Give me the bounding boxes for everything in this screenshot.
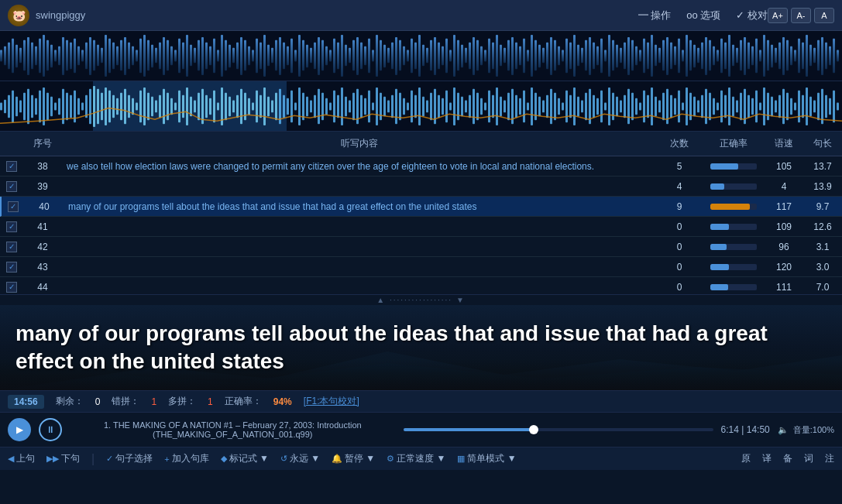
pause-button-toolbar[interactable]: 🔔 暂停 ▼ — [332, 452, 375, 465]
svg-rect-115 — [442, 46, 444, 66]
pause-button[interactable]: ⏸ — [39, 418, 62, 441]
svg-rect-20 — [74, 39, 76, 73]
row-checkbox[interactable] — [2, 198, 25, 214]
font-increase-button[interactable]: A+ — [768, 8, 788, 23]
table-row[interactable]: 39 4 4 13.9 — [0, 177, 842, 197]
svg-rect-411 — [740, 93, 742, 120]
sentence-select-button[interactable]: ✓ 句子选择 — [106, 452, 153, 465]
original-button[interactable]: 原 — [741, 452, 751, 465]
svg-rect-417 — [763, 87, 765, 125]
svg-rect-22 — [81, 50, 84, 62]
mark-mode-button[interactable]: ◆ 标记式 ▼ — [221, 452, 269, 465]
scroll-indicator[interactable]: ▲ ················· ▼ — [0, 294, 842, 305]
mark-icon: ◆ — [221, 454, 227, 464]
row-id: 41 — [23, 219, 62, 235]
svg-rect-113 — [434, 37, 436, 75]
checkbox-43[interactable] — [6, 262, 17, 273]
checkbox-44[interactable] — [6, 282, 17, 293]
svg-rect-402 — [705, 89, 707, 124]
svg-rect-10 — [35, 46, 37, 66]
svg-rect-320 — [387, 101, 390, 113]
shortcut-link[interactable]: [F1:本句校对] — [304, 395, 359, 408]
svg-rect-209 — [806, 35, 808, 77]
backup-button[interactable]: 备 — [783, 452, 792, 465]
notes-button[interactable]: 注 — [825, 452, 834, 465]
mark-label: 标记式 ▼ — [229, 452, 269, 465]
svg-rect-255 — [136, 103, 138, 111]
svg-rect-39 — [147, 40, 149, 70]
svg-rect-23 — [85, 43, 88, 69]
row-checkbox[interactable] — [0, 259, 23, 275]
row-length: 9.7 — [803, 199, 842, 214]
svg-rect-403 — [709, 93, 711, 120]
svg-rect-157 — [604, 50, 607, 62]
svg-rect-244 — [93, 86, 95, 127]
checkbox-38[interactable] — [6, 161, 17, 172]
svg-rect-426 — [798, 91, 800, 122]
svg-rect-260 — [155, 101, 157, 113]
top-menu: ━ 操作 oo 选项 ✓ 校对 — [638, 9, 768, 22]
table-row[interactable]: 41 0 109 12.6 — [0, 217, 842, 237]
svg-rect-404 — [713, 98, 715, 115]
vocabulary-button[interactable]: 词 — [804, 452, 813, 465]
waveform-bottom[interactable] — [0, 81, 842, 132]
svg-rect-265 — [174, 103, 177, 111]
row-checkbox[interactable] — [0, 279, 23, 294]
svg-rect-95 — [364, 46, 366, 66]
menu-item-operations[interactable]: ━ 操作 — [638, 9, 672, 22]
prev-sentence-button[interactable]: ◀ 上句 — [8, 452, 35, 465]
checkbox-42[interactable] — [6, 242, 17, 252]
svg-rect-119 — [457, 40, 459, 70]
svg-rect-337 — [453, 87, 455, 125]
row-count: 0 — [656, 219, 703, 235]
svg-rect-112 — [430, 40, 432, 70]
table-row-highlighted[interactable]: 40 many of our programs tell about the i… — [0, 197, 842, 217]
table-row[interactable]: 42 0 96 3.1 — [0, 237, 842, 257]
translation-button[interactable]: 译 — [762, 452, 772, 465]
svg-rect-388 — [651, 87, 653, 125]
speed-button[interactable]: ⚙ 正常速度 ▼ — [387, 452, 445, 465]
svg-rect-109 — [418, 35, 421, 77]
menu-item-options[interactable]: oo 选项 — [686, 9, 720, 22]
row-checkbox[interactable] — [0, 178, 23, 194]
checkbox-41[interactable] — [6, 221, 17, 232]
svg-rect-431 — [817, 93, 820, 120]
waveform-top[interactable] — [0, 31, 842, 81]
svg-rect-211 — [813, 48, 816, 63]
add-to-library-button[interactable]: + 加入句库 — [164, 452, 208, 465]
progress-track[interactable] — [404, 428, 713, 431]
svg-rect-30 — [112, 43, 115, 69]
svg-rect-135 — [519, 46, 521, 66]
table-row[interactable]: 44 0 111 7.0 — [0, 277, 842, 294]
svg-rect-46 — [174, 50, 177, 62]
row-length: 13.9 — [803, 179, 842, 194]
svg-rect-353 — [515, 95, 517, 118]
play-button[interactable]: ▶ — [8, 418, 31, 441]
menu-item-proofread[interactable]: ✓ 校对 — [736, 9, 768, 22]
svg-rect-194 — [747, 43, 750, 69]
simple-mode-button[interactable]: ▦ 简单模式 ▼ — [457, 452, 516, 465]
remaining-label: 剩余： — [56, 395, 84, 408]
svg-rect-4 — [12, 39, 14, 73]
checkbox-39[interactable] — [6, 181, 17, 192]
svg-rect-334 — [442, 98, 444, 115]
forever-button[interactable]: ↺ 永远 ▼ — [280, 452, 320, 465]
row-checkbox[interactable] — [0, 238, 23, 255]
next-sentence-button[interactable]: ▶▶ 下句 — [46, 452, 80, 465]
font-decrease-button[interactable]: A- — [791, 8, 811, 23]
svg-rect-12 — [43, 35, 45, 77]
row-checkbox[interactable] — [0, 158, 23, 174]
checkbox-40[interactable] — [8, 201, 19, 212]
font-settings-button[interactable]: A — [814, 8, 834, 23]
volume-down-icon[interactable]: 🔈 — [778, 425, 789, 435]
svg-rect-315 — [368, 91, 370, 122]
svg-rect-168 — [647, 43, 649, 69]
svg-rect-68 — [259, 43, 262, 69]
svg-rect-67 — [256, 39, 258, 73]
svg-rect-182 — [701, 43, 703, 69]
table-row[interactable]: 38 we also tell how election laws were c… — [0, 156, 842, 177]
row-checkbox[interactable] — [0, 218, 23, 235]
progress-thumb[interactable] — [529, 425, 538, 434]
svg-rect-282 — [240, 89, 242, 124]
table-row[interactable]: 43 0 120 3.0 — [0, 257, 842, 277]
